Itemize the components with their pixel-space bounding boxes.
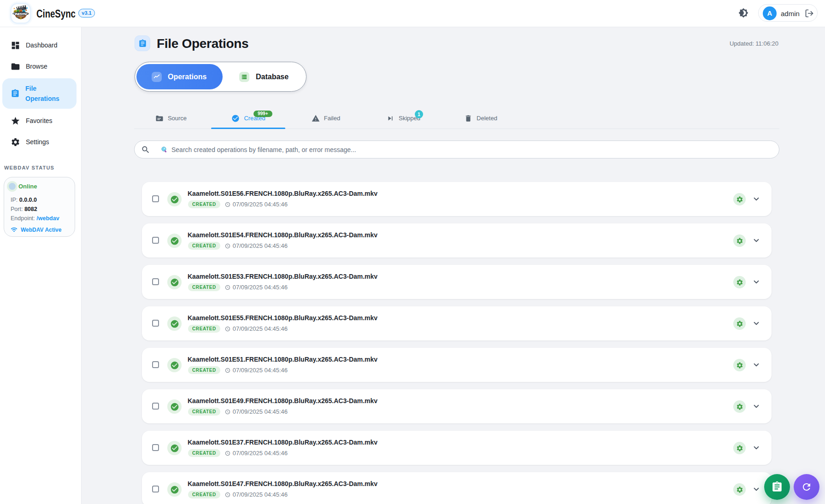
svg-text:CINESYNC: CINESYNC	[13, 12, 29, 16]
